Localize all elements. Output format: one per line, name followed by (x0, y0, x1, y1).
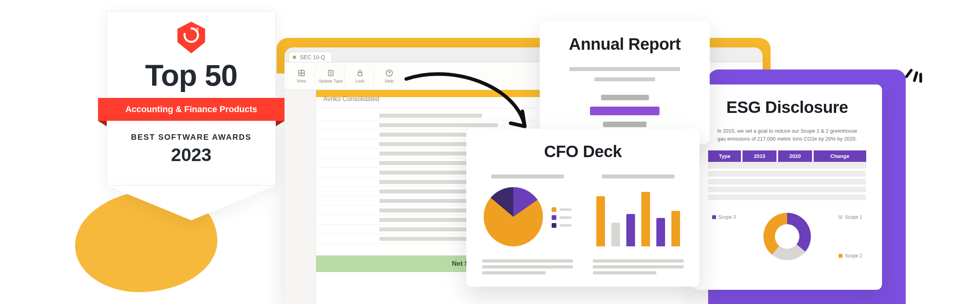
table-row (708, 178, 866, 186)
toolbar-help-label: Help (385, 79, 394, 83)
badge-ribbon: Accounting & Finance Products (98, 98, 285, 121)
text-skeleton (491, 175, 564, 178)
toolbar-update-label: Update Type (318, 79, 343, 83)
toolbar-view-button[interactable]: View (288, 66, 315, 86)
grid-icon (298, 69, 305, 77)
annual-report-card: Annual Report (540, 21, 710, 144)
pie-chart-icon (484, 187, 543, 246)
esg-blurb: In 2015, we set a goal to reduce our Sco… (708, 127, 866, 143)
badge-bottom: BEST SOFTWARE AWARDS 2023 (107, 121, 276, 186)
text-lines (593, 257, 684, 277)
g2-logo-icon: 2 (177, 23, 205, 52)
toolbar-lock-button[interactable]: Lock (346, 66, 374, 86)
text-skeleton (569, 67, 680, 71)
sparkle-icon (903, 57, 930, 84)
tab-title: SEC 10-Q (300, 54, 325, 60)
row-gutter (285, 90, 316, 304)
annual-report-stack (581, 92, 668, 130)
text-skeleton (601, 95, 649, 100)
donut-label-scope1: Scope 1 (839, 214, 862, 220)
cfo-pie-column (482, 171, 573, 277)
esg-title: ESG Disclosure (708, 98, 866, 117)
tab-status-dot (293, 56, 296, 59)
bar-chart-icon (596, 187, 680, 246)
esg-disclosure-card: ESG Disclosure In 2015, we set a goal to… (692, 84, 882, 290)
th-2015: 2015 (742, 150, 777, 162)
svg-rect-4 (358, 73, 362, 76)
legend-swatch (552, 207, 556, 212)
table-row (708, 193, 866, 201)
text-lines (482, 257, 573, 277)
toolbar-view-label: View (297, 79, 306, 83)
table-header-row: Type 2015 2020 Change (708, 150, 866, 162)
table-row (708, 162, 866, 170)
pie-legend (552, 207, 571, 228)
badge-ribbon-text: Accounting & Finance Products (125, 104, 257, 114)
cfo-deck-body (482, 171, 684, 277)
legend-label-skeleton (560, 224, 571, 227)
badge-top: 2 Top 50 (107, 11, 276, 98)
annual-report-body (556, 64, 694, 130)
help-icon (385, 69, 393, 77)
cfo-bars-column (593, 171, 684, 277)
badge-headline: Top 50 (145, 58, 237, 92)
cfo-deck-card: CFO Deck (466, 129, 699, 287)
text-skeleton (594, 77, 655, 81)
legend-label-skeleton (560, 216, 571, 219)
toolbar-lock-label: Lock (355, 79, 364, 83)
svg-text:2: 2 (196, 27, 199, 32)
document-tab[interactable]: SEC 10-Q (288, 52, 332, 62)
refresh-icon (327, 69, 335, 77)
lock-icon (356, 69, 364, 77)
badge-point (107, 186, 276, 220)
g2-award-badge: 2 Top 50 Accounting & Finance Products B… (107, 11, 276, 220)
legend-swatch (552, 215, 556, 220)
th-change: Change (813, 150, 866, 162)
table-row (708, 186, 866, 193)
text-skeleton (602, 175, 675, 178)
badge-subtitle: BEST SOFTWARE AWARDS (120, 133, 263, 142)
toolbar-update-button[interactable]: Update Type (317, 66, 345, 86)
annual-report-title: Annual Report (556, 35, 694, 54)
esg-donut-wrap: Scope 3 Scope 1 Scope 2 (708, 213, 866, 260)
donut-label-scope2: Scope 2 (839, 253, 862, 259)
legend-swatch (552, 223, 556, 228)
donut-chart-icon (763, 213, 811, 260)
legend-label-skeleton (560, 208, 571, 211)
donut-label-scope3: Scope 3 (712, 214, 736, 220)
highlight-bar (590, 107, 660, 115)
esg-table: Type 2015 2020 Change (708, 150, 866, 203)
text-skeleton (603, 122, 646, 127)
th-type: Type (708, 150, 742, 162)
th-2020: 2020 (777, 150, 813, 162)
arrow-icon (398, 67, 541, 146)
table-row (708, 170, 866, 178)
badge-year: 2023 (120, 144, 263, 165)
